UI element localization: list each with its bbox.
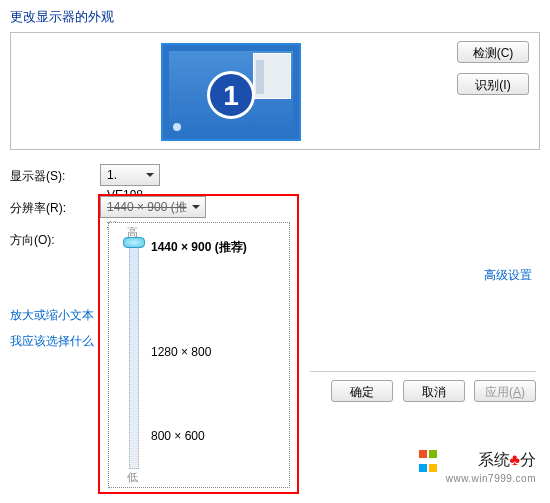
- monitor-window-icon: [253, 53, 291, 99]
- display-select[interactable]: 1. VE198: [100, 164, 160, 186]
- slider-tick-3[interactable]: 800 × 600: [151, 429, 205, 443]
- dialog-button-row: 确定 取消 应用(A): [310, 371, 536, 402]
- resolution-slider-thumb[interactable]: [123, 237, 145, 248]
- slider-low-label: 低: [127, 470, 138, 485]
- resolution-slider-track[interactable]: [129, 241, 139, 469]
- slider-tick-2[interactable]: 1280 × 800: [151, 345, 211, 359]
- advanced-settings-link[interactable]: 高级设置: [484, 267, 532, 284]
- monitor-number-badge: 1: [207, 71, 255, 119]
- page-title: 更改显示器的外观: [0, 0, 550, 32]
- which-choose-link[interactable]: 我应该选择什么: [10, 333, 94, 350]
- monitor-preview[interactable]: 1: [161, 43, 301, 141]
- text-size-link[interactable]: 放大或缩小文本: [10, 307, 94, 324]
- identify-button[interactable]: 识别(I): [457, 73, 529, 95]
- site-watermark: 系统♣分 www.win7999.com: [418, 450, 536, 485]
- monitor-startorb-icon: [173, 123, 181, 131]
- watermark-line2: www.win7999.com: [446, 473, 536, 484]
- resolution-select[interactable]: 1440 × 900 (推荐): [100, 196, 206, 218]
- apply-button: 应用(A): [474, 380, 536, 402]
- cancel-button[interactable]: 取消: [403, 380, 465, 402]
- display-label: 显示器(S):: [10, 168, 65, 185]
- monitor-preview-area: 1 检测(C) 识别(I): [10, 32, 540, 150]
- detect-button[interactable]: 检测(C): [457, 41, 529, 63]
- resolution-slider-popup: 高 低 1440 × 900 (推荐) 1280 × 800 800 × 600: [108, 222, 290, 488]
- windows-logo-icon: [418, 448, 438, 476]
- ok-button[interactable]: 确定: [331, 380, 393, 402]
- watermark-line1: 系统♣分: [478, 451, 537, 468]
- monitor-glass: 1: [169, 51, 293, 133]
- slider-tick-1[interactable]: 1440 × 900 (推荐): [151, 239, 247, 256]
- resolution-label: 分辨率(R):: [10, 200, 66, 217]
- orientation-label: 方向(O):: [10, 232, 55, 249]
